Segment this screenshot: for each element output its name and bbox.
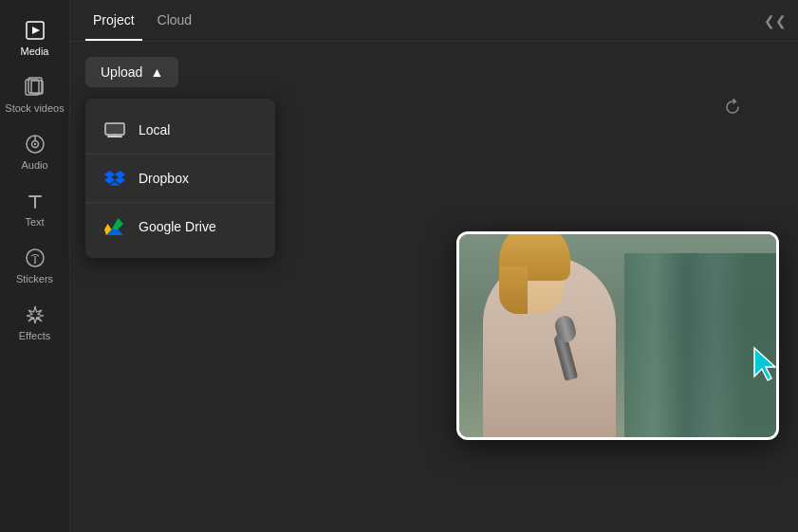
google-drive-icon (104, 216, 125, 237)
audio-icon (24, 133, 46, 156)
dropdown-label-local: Local (139, 122, 170, 138)
upload-button[interactable]: Upload ▲ (85, 57, 178, 87)
svg-point-13 (34, 262, 36, 264)
dropdown-item-dropbox[interactable]: Dropbox (85, 155, 275, 203)
sidebar-label-stock-videos: Stock videos (5, 102, 64, 114)
svg-point-7 (33, 143, 35, 145)
stock-videos-icon (24, 76, 46, 99)
text-icon (24, 190, 46, 212)
media-icon (24, 19, 46, 42)
sidebar-label-text: Text (25, 216, 44, 228)
sidebar-label-audio: Audio (21, 159, 47, 171)
header-tabs: Project Cloud ❮❮ (70, 0, 798, 42)
sidebar-item-effects[interactable]: Effects (0, 294, 69, 351)
effects-icon (24, 303, 46, 326)
sidebar-item-audio[interactable]: Audio (0, 123, 69, 180)
upload-dropdown: Local Dropbox (85, 99, 275, 258)
dropdown-label-dropbox: Dropbox (139, 171, 189, 186)
svg-marker-1 (32, 27, 40, 34)
sidebar-item-stock-videos[interactable]: Stock videos (0, 66, 69, 123)
upload-caret-icon: ▲ (150, 64, 163, 80)
sidebar-label-media: Media (21, 46, 49, 57)
sidebar: Media Stock videos Audio (0, 0, 70, 532)
local-icon (104, 119, 125, 140)
cursor-arrow (751, 346, 785, 388)
collapse-button[interactable]: ❮❮ (764, 13, 787, 28)
tab-project[interactable]: Project (85, 1, 142, 41)
dropdown-item-local[interactable]: Local (85, 106, 275, 155)
tab-cloud[interactable]: Cloud (150, 1, 200, 41)
preview-image-inner (459, 234, 776, 437)
upload-label: Upload (101, 64, 142, 80)
svg-rect-14 (105, 123, 124, 135)
sidebar-item-stickers[interactable]: Stickers (0, 237, 69, 294)
refresh-button[interactable] (724, 99, 741, 120)
preview-image (456, 231, 779, 440)
dropdown-label-google-drive: Google Drive (139, 219, 216, 234)
sidebar-item-text[interactable]: Text (0, 180, 69, 237)
content-area: Upload ▲ Local (70, 42, 798, 532)
dropdown-item-google-drive[interactable]: Google Drive (85, 203, 275, 250)
dropbox-icon (104, 168, 125, 189)
sidebar-item-media[interactable]: Media (0, 9, 69, 66)
main-content: Project Cloud ❮❮ Upload ▲ (70, 0, 798, 532)
sidebar-label-effects: Effects (19, 330, 50, 341)
stickers-icon (24, 247, 46, 269)
sidebar-label-stickers: Stickers (16, 273, 53, 284)
